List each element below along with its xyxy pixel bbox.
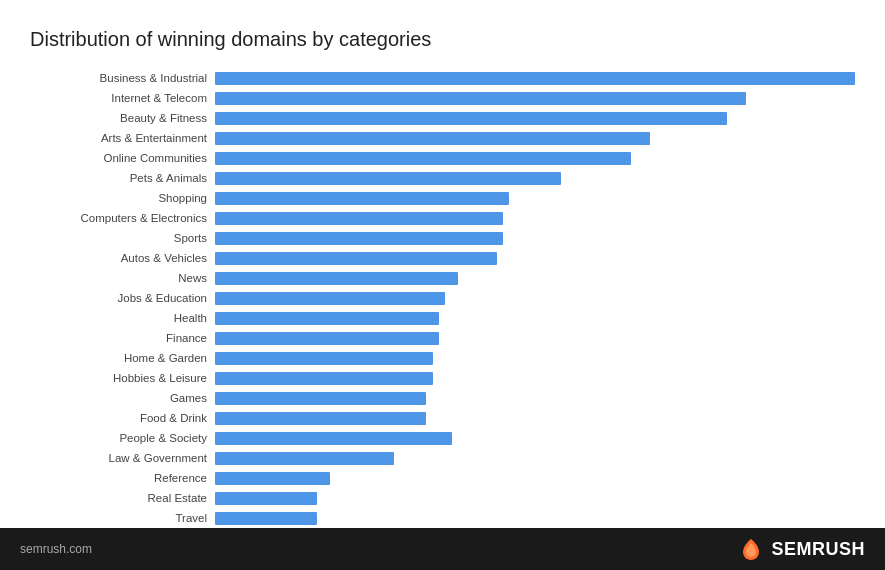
bar-track (215, 412, 855, 425)
bar-track (215, 92, 855, 105)
bar-label: Arts & Entertainment (30, 132, 215, 144)
bar-fill (215, 272, 458, 285)
bar-row: Arts & Entertainment (30, 129, 855, 147)
bar-track (215, 172, 855, 185)
bar-fill (215, 332, 439, 345)
bar-fill (215, 92, 746, 105)
semrush-logo: SEMRUSH (737, 537, 865, 561)
bar-fill (215, 292, 445, 305)
bar-fill (215, 192, 509, 205)
bar-track (215, 232, 855, 245)
bar-row: Health (30, 309, 855, 327)
bar-track (215, 312, 855, 325)
bar-label: Beauty & Fitness (30, 112, 215, 124)
chart-area: Business & IndustrialInternet & TelecomB… (30, 69, 855, 528)
bar-label: Internet & Telecom (30, 92, 215, 104)
bar-fill (215, 512, 317, 525)
bar-fill (215, 212, 503, 225)
bar-label: People & Society (30, 432, 215, 444)
bar-row: Law & Government (30, 449, 855, 467)
bar-label: Law & Government (30, 452, 215, 464)
bar-label: Autos & Vehicles (30, 252, 215, 264)
semrush-brand-text: SEMRUSH (771, 539, 865, 560)
bar-track (215, 152, 855, 165)
bar-fill (215, 412, 426, 425)
bar-label: Hobbies & Leisure (30, 372, 215, 384)
bar-fill (215, 472, 330, 485)
bar-fill (215, 132, 650, 145)
bar-row: Business & Industrial (30, 69, 855, 87)
bar-fill (215, 152, 631, 165)
bar-track (215, 472, 855, 485)
bar-row: Travel (30, 509, 855, 527)
bar-track (215, 352, 855, 365)
bar-row: Beauty & Fitness (30, 109, 855, 127)
bar-track (215, 252, 855, 265)
bar-track (215, 72, 855, 85)
bar-track (215, 292, 855, 305)
bar-row: Shopping (30, 189, 855, 207)
bar-label: Travel (30, 512, 215, 524)
bar-track (215, 272, 855, 285)
bar-row: Reference (30, 469, 855, 487)
chart-title: Distribution of winning domains by categ… (30, 28, 855, 51)
bar-label: Online Communities (30, 152, 215, 164)
bar-label: Health (30, 312, 215, 324)
bar-row: Games (30, 389, 855, 407)
bar-track (215, 212, 855, 225)
bar-label: Shopping (30, 192, 215, 204)
bar-row: Pets & Animals (30, 169, 855, 187)
bar-label: Business & Industrial (30, 72, 215, 84)
bar-track (215, 492, 855, 505)
bar-row: Autos & Vehicles (30, 249, 855, 267)
bar-fill (215, 352, 433, 365)
bar-label: Sports (30, 232, 215, 244)
bar-fill (215, 392, 426, 405)
bar-row: Internet & Telecom (30, 89, 855, 107)
bar-label: Finance (30, 332, 215, 344)
footer: semrush.com SEMRUSH (0, 528, 885, 570)
bar-label: Reference (30, 472, 215, 484)
bar-fill (215, 372, 433, 385)
bar-label: Home & Garden (30, 352, 215, 364)
bar-label: Jobs & Education (30, 292, 215, 304)
bar-track (215, 372, 855, 385)
bar-row: Online Communities (30, 149, 855, 167)
bar-track (215, 132, 855, 145)
bar-row: Hobbies & Leisure (30, 369, 855, 387)
bar-label: Pets & Animals (30, 172, 215, 184)
bar-label: Computers & Electronics (30, 212, 215, 224)
bar-track (215, 432, 855, 445)
bar-fill (215, 172, 561, 185)
bar-row: Jobs & Education (30, 289, 855, 307)
bar-track (215, 112, 855, 125)
footer-url: semrush.com (20, 542, 92, 556)
bar-row: Finance (30, 329, 855, 347)
bar-row: Sports (30, 229, 855, 247)
bar-label: Food & Drink (30, 412, 215, 424)
bar-row: People & Society (30, 429, 855, 447)
bar-label: Games (30, 392, 215, 404)
bar-track (215, 332, 855, 345)
bar-track (215, 512, 855, 525)
bar-track (215, 392, 855, 405)
bar-fill (215, 252, 497, 265)
bar-row: Food & Drink (30, 409, 855, 427)
bar-track (215, 452, 855, 465)
bar-fill (215, 492, 317, 505)
bar-label: News (30, 272, 215, 284)
bar-fill (215, 112, 727, 125)
bar-fill (215, 312, 439, 325)
bar-row: News (30, 269, 855, 287)
bar-fill (215, 432, 452, 445)
semrush-icon (737, 537, 765, 561)
bar-row: Home & Garden (30, 349, 855, 367)
bar-label: Real Estate (30, 492, 215, 504)
bar-track (215, 192, 855, 205)
bar-fill (215, 72, 855, 85)
bar-row: Computers & Electronics (30, 209, 855, 227)
bar-row: Real Estate (30, 489, 855, 507)
bar-fill (215, 232, 503, 245)
chart-container: Distribution of winning domains by categ… (0, 0, 885, 528)
bar-fill (215, 452, 394, 465)
